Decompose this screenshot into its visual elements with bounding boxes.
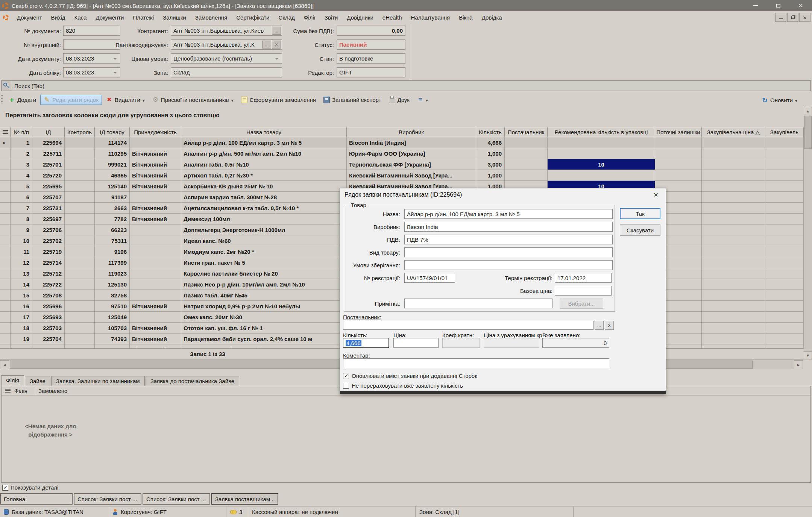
window-tab-button[interactable]: Список: Заявки пост ... bbox=[143, 493, 210, 505]
table-cell[interactable]: Вітчизняний bbox=[130, 181, 181, 192]
table-cell[interactable] bbox=[65, 334, 95, 344]
table-cell[interactable]: 125049 bbox=[95, 312, 130, 323]
table-cell[interactable] bbox=[65, 192, 95, 203]
table-cell[interactable] bbox=[65, 323, 95, 334]
table-cell[interactable] bbox=[0, 268, 11, 279]
table-cell[interactable] bbox=[765, 192, 804, 203]
table-cell[interactable] bbox=[65, 268, 95, 279]
table-cell[interactable] bbox=[65, 290, 95, 301]
table-cell[interactable]: Лазикс табл. 40мг №45 bbox=[181, 290, 347, 301]
menu-item[interactable]: Вихід bbox=[47, 12, 70, 23]
table-cell[interactable] bbox=[0, 257, 11, 268]
table-cell[interactable] bbox=[65, 257, 95, 268]
table-cell[interactable] bbox=[702, 301, 765, 312]
column-header[interactable]: Кількість bbox=[476, 127, 505, 137]
table-cell[interactable]: 9 bbox=[11, 224, 32, 235]
table-cell[interactable]: 4,666 bbox=[476, 137, 505, 148]
table-cell[interactable] bbox=[765, 344, 804, 348]
table-cell[interactable]: 225720 bbox=[32, 170, 65, 181]
bottom-tab[interactable]: Заявка до постачальника Зайве bbox=[146, 376, 240, 386]
table-cell[interactable] bbox=[65, 224, 95, 235]
table-cell[interactable] bbox=[702, 137, 765, 148]
table-cell[interactable]: 125110 bbox=[95, 344, 130, 348]
table-cell[interactable]: Доппельгерц Энерготоник-Н 1000мл bbox=[181, 224, 347, 235]
table-cell[interactable]: Айлар р-р д/ин. 100 ЕД/мл картр. 3 мл № … bbox=[181, 137, 347, 148]
table-cell[interactable]: 46365 bbox=[95, 170, 130, 181]
column-header[interactable]: ІД товару bbox=[95, 127, 130, 137]
table-cell[interactable] bbox=[702, 279, 765, 290]
table-cell[interactable] bbox=[548, 148, 655, 159]
table-cell[interactable]: 17 bbox=[11, 312, 32, 323]
menu-item[interactable]: Сертифікати bbox=[232, 12, 274, 23]
window-tab-button[interactable]: Список: Заявки пост ... bbox=[74, 493, 141, 505]
table-cell[interactable]: 225694 bbox=[32, 137, 65, 148]
table-cell[interactable]: 1,000 bbox=[476, 148, 505, 159]
bottom-tab[interactable]: Філія bbox=[1, 375, 24, 386]
table-cell[interactable]: 225704 bbox=[32, 334, 65, 344]
table-cell[interactable]: 12 bbox=[11, 257, 32, 268]
table-cell[interactable]: Натрия хлорид 0,9% р-р 2мл №10 небулы bbox=[181, 301, 347, 312]
table-cell[interactable] bbox=[130, 224, 181, 235]
table-cell[interactable] bbox=[765, 301, 804, 312]
table-cell[interactable]: 14 bbox=[11, 279, 32, 290]
table-cell[interactable]: 225721 bbox=[32, 203, 65, 214]
table-cell[interactable]: Вітчизняний bbox=[130, 203, 181, 214]
table-cell[interactable] bbox=[765, 159, 804, 170]
table-cell[interactable] bbox=[0, 246, 11, 257]
table-cell[interactable] bbox=[702, 334, 765, 344]
menu-item[interactable]: eHealth bbox=[378, 12, 407, 23]
table-cell[interactable]: 20 bbox=[11, 344, 32, 348]
table-cell[interactable] bbox=[702, 192, 765, 203]
column-header[interactable]: Виробник bbox=[347, 127, 476, 137]
table-cell[interactable]: 225719 bbox=[32, 246, 65, 257]
table-cell[interactable]: Аналгин р-р д/ин. 500 мг/мл амп. 2мл №10 bbox=[181, 148, 347, 159]
table-cell[interactable]: 9196 bbox=[95, 246, 130, 257]
table-cell[interactable]: 97510 bbox=[95, 301, 130, 312]
table-cell[interactable] bbox=[702, 203, 765, 214]
table-cell[interactable] bbox=[702, 170, 765, 181]
price-condition-field[interactable]: Ценообразование (госпиталь) bbox=[171, 53, 282, 64]
table-cell[interactable] bbox=[702, 268, 765, 279]
contragent-field[interactable]: Апт №003 пгт.Барышевка, ул.Киев ... bbox=[171, 26, 282, 36]
table-cell[interactable] bbox=[65, 344, 95, 348]
checkbox-unchecked-icon[interactable] bbox=[343, 383, 349, 389]
minimize-button[interactable] bbox=[744, 0, 767, 11]
table-cell[interactable] bbox=[765, 290, 804, 301]
table-cell[interactable] bbox=[0, 235, 11, 246]
toolbar-button[interactable]: Присвоїти постачальників bbox=[149, 95, 237, 105]
table-cell[interactable] bbox=[0, 279, 11, 290]
menu-item[interactable]: Документ bbox=[12, 12, 47, 23]
refresh-button[interactable]: Оновити bbox=[758, 95, 801, 105]
table-cell[interactable] bbox=[765, 257, 804, 268]
table-cell[interactable] bbox=[0, 148, 11, 159]
table-row[interactable]: 1225694114174Айлар р-р д/ин. 100 ЕД/мл к… bbox=[0, 137, 804, 148]
table-cell[interactable] bbox=[655, 170, 702, 181]
table-cell[interactable]: 225702 bbox=[32, 235, 65, 246]
table-cell[interactable]: 10 bbox=[548, 159, 655, 170]
scroll-left-button[interactable]: ◄ bbox=[0, 360, 9, 369]
table-cell[interactable] bbox=[0, 192, 11, 203]
price-field[interactable] bbox=[393, 338, 439, 348]
checkbox-checked-icon[interactable] bbox=[2, 485, 8, 491]
table-cell[interactable]: 13 bbox=[11, 268, 32, 279]
menu-item[interactable]: Довідники bbox=[342, 12, 378, 23]
checkbox-checked-icon[interactable] bbox=[343, 373, 349, 379]
table-cell[interactable] bbox=[702, 181, 765, 192]
table-cell[interactable] bbox=[65, 279, 95, 290]
consignee-field[interactable]: Апт №003 пгт.Барышевка, ул.К ... X bbox=[171, 39, 282, 50]
table-cell[interactable]: 125140 bbox=[95, 181, 130, 192]
table-cell[interactable]: 225703 bbox=[32, 323, 65, 334]
toolbar-button[interactable]: Сформувати замовлення bbox=[238, 95, 319, 105]
storage-field[interactable] bbox=[404, 260, 613, 270]
table-cell[interactable]: Biocon India [Индия] bbox=[347, 137, 476, 148]
menu-item[interactable]: Налаштування bbox=[407, 12, 455, 23]
menu-item[interactable]: Склад bbox=[274, 12, 299, 23]
table-cell[interactable]: 3 bbox=[11, 159, 32, 170]
table-cell[interactable]: 225707 bbox=[32, 192, 65, 203]
table-cell[interactable] bbox=[702, 224, 765, 235]
table-cell[interactable]: 4 bbox=[11, 170, 32, 181]
menu-item[interactable]: Платежі bbox=[128, 12, 158, 23]
menu-item[interactable]: Каса bbox=[70, 12, 91, 23]
table-cell[interactable]: Артихол табл. 0,2г №30 * bbox=[181, 170, 347, 181]
table-cell[interactable]: Ототон кап. уш. фл. 16 г № 1 bbox=[181, 323, 347, 334]
